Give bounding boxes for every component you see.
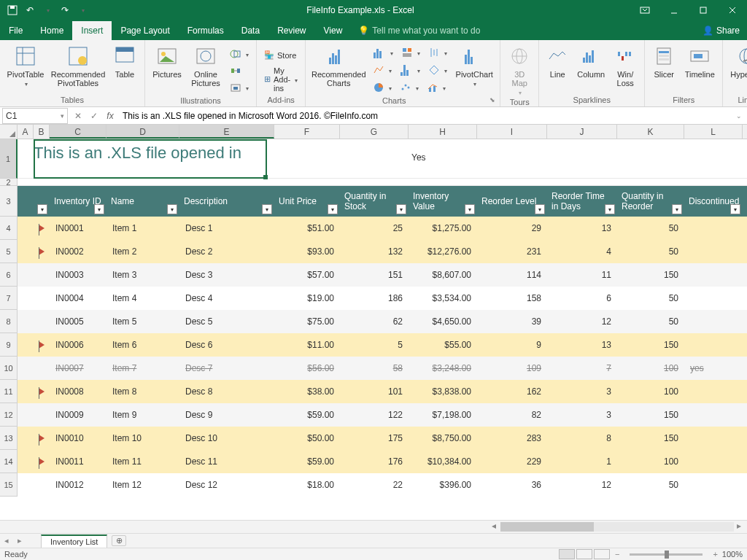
cell-reorder[interactable]: 109 xyxy=(477,357,547,380)
cell-id[interactable]: IN0005 xyxy=(50,310,107,333)
chart-radar-button[interactable] xyxy=(425,62,450,77)
cell-name[interactable]: Item 8 xyxy=(107,380,179,403)
cell-qre[interactable]: 150 xyxy=(617,263,684,287)
cell-price[interactable]: $38.00 xyxy=(274,380,340,403)
cell-desc[interactable]: Desc 3 xyxy=(179,263,274,287)
cell-id[interactable]: IN0001 xyxy=(50,217,107,240)
cell-days[interactable]: 12 xyxy=(547,310,617,333)
add-sheet-button[interactable]: ⊕ xyxy=(112,535,126,546)
cell-days[interactable]: 13 xyxy=(547,333,617,357)
cell-reorder[interactable]: 39 xyxy=(477,310,547,333)
cell-price[interactable]: $93.00 xyxy=(274,240,340,263)
chart-bar-button[interactable] xyxy=(370,44,396,60)
store-button[interactable]: 🏪Store xyxy=(261,47,301,63)
myaddins-button[interactable]: ⊞My Add-ins xyxy=(261,71,301,87)
column-header-cell[interactable]: Name▾ xyxy=(107,186,179,217)
row-header[interactable]: 2 xyxy=(0,179,18,186)
pictures-button[interactable]: Pictures xyxy=(150,43,185,79)
cell-qre[interactable]: 50 xyxy=(617,240,684,263)
cell-qty[interactable]: 122 xyxy=(340,403,409,427)
cell-reorder[interactable]: 162 xyxy=(477,380,547,403)
cell-qty[interactable]: 175 xyxy=(340,427,409,450)
name-box[interactable]: C1▾ xyxy=(2,108,68,124)
share-button[interactable]: 👤Share xyxy=(695,21,747,40)
cell-id[interactable]: IN0007 xyxy=(50,357,107,380)
cell-id[interactable]: IN0003 xyxy=(50,263,107,287)
cell-val[interactable]: $396.00 xyxy=(409,473,477,497)
column-header-cell[interactable]: Quantity in Reorder▾ xyxy=(617,186,684,217)
column-header-D[interactable]: D xyxy=(107,125,179,139)
cell-disc[interactable]: yes xyxy=(684,357,743,380)
row-header[interactable]: 11 xyxy=(0,380,18,403)
smartart-button[interactable] xyxy=(227,63,252,78)
cell-desc[interactable]: Desc 8 xyxy=(179,380,274,403)
column-header-cell[interactable]: Unit Price▾ xyxy=(274,186,340,217)
cell-desc[interactable]: Desc 5 xyxy=(179,310,274,333)
select-all-corner[interactable] xyxy=(0,125,18,139)
tab-review[interactable]: Review xyxy=(268,21,314,40)
cell-qre[interactable]: 150 xyxy=(617,403,684,427)
cell-name[interactable]: Item 2 xyxy=(107,240,179,263)
table-row[interactable]: IN0008Item 8Desc 8$38.00101$3,838.001623… xyxy=(18,380,747,403)
column-header-K[interactable]: K xyxy=(617,125,684,139)
cell-price[interactable]: $57.00 xyxy=(274,263,340,287)
horizontal-scrollbar[interactable]: ◂ ▸ xyxy=(0,520,747,533)
cell-disc[interactable] xyxy=(684,380,743,403)
cell-price[interactable]: $59.00 xyxy=(274,450,340,473)
cell-qre[interactable]: 150 xyxy=(617,427,684,450)
table-row[interactable]: IN0011Item 11Desc 11$59.00176$10,384.002… xyxy=(18,450,747,473)
tab-data[interactable]: Data xyxy=(233,21,268,40)
cell-qty[interactable]: 25 xyxy=(340,217,409,240)
tab-file[interactable]: File xyxy=(0,21,31,40)
cell-val[interactable]: $4,650.00 xyxy=(409,310,477,333)
sheet-nav-prev[interactable]: ◂ xyxy=(0,536,13,545)
filter-button[interactable]: ▾ xyxy=(262,204,272,214)
cell-id[interactable]: IN0004 xyxy=(50,287,107,310)
zoom-level[interactable]: 100% xyxy=(722,550,743,559)
zoom-in-button[interactable]: + xyxy=(713,550,717,559)
chart-hierarchy-button[interactable] xyxy=(398,44,423,60)
sparkline-line-button[interactable]: Line xyxy=(543,43,571,79)
cell-reorder[interactable]: 82 xyxy=(477,403,547,427)
column-header-L[interactable]: L xyxy=(684,125,743,139)
expand-formula-icon[interactable]: ⌄ xyxy=(731,112,747,120)
screenshot-button[interactable] xyxy=(227,79,252,95)
row-header[interactable]: 13 xyxy=(0,427,18,450)
sheet-tab-active[interactable]: Inventory List xyxy=(41,534,107,548)
cell-name[interactable]: Item 12 xyxy=(107,473,179,497)
close-icon[interactable] xyxy=(718,0,747,20)
cell-days[interactable]: 7 xyxy=(547,357,617,380)
filter-button[interactable]: ▾ xyxy=(672,204,682,214)
cell-disc[interactable] xyxy=(684,310,743,333)
save-icon[interactable] xyxy=(4,2,20,18)
cell-qty[interactable]: 22 xyxy=(340,473,409,497)
cell-reorder[interactable]: 283 xyxy=(477,427,547,450)
cell-qre[interactable]: 50 xyxy=(617,473,684,497)
cell-disc[interactable] xyxy=(684,473,743,497)
cell-id[interactable]: IN0011 xyxy=(50,450,107,473)
cell-days[interactable]: 4 xyxy=(547,240,617,263)
cell-qty[interactable]: 132 xyxy=(340,240,409,263)
table-button[interactable]: Table xyxy=(109,43,140,79)
redo-icon[interactable]: ↷ xyxy=(57,2,73,18)
cell-price[interactable]: $56.00 xyxy=(274,357,340,380)
cell-disc[interactable] xyxy=(684,403,743,427)
cell-qre[interactable]: 150 xyxy=(617,333,684,357)
cell-val[interactable]: $7,198.00 xyxy=(409,403,477,427)
cell-desc[interactable]: Desc 4 xyxy=(179,287,274,310)
chart-combo-button[interactable] xyxy=(424,79,449,95)
filter-button[interactable]: ▾ xyxy=(167,204,177,214)
cell-id[interactable]: IN0012 xyxy=(50,473,107,497)
cell-name[interactable]: Item 10 xyxy=(107,427,179,450)
row-header[interactable]: 4 xyxy=(0,217,18,240)
formula-input[interactable] xyxy=(118,111,731,121)
cell-price[interactable]: $11.00 xyxy=(274,333,340,357)
cell-days[interactable]: 13 xyxy=(547,217,617,240)
table-row[interactable]: IN0003Item 3Desc 3$57.00151$8,607.001141… xyxy=(18,263,747,287)
tellme-search[interactable]: 💡Tell me what you want to do xyxy=(351,21,487,40)
cell-days[interactable]: 1 xyxy=(547,450,617,473)
cell-desc[interactable]: Desc 6 xyxy=(179,333,274,357)
ribbon-options-icon[interactable] xyxy=(630,0,659,20)
row-header[interactable]: 14 xyxy=(0,450,18,473)
cell-name[interactable]: Item 3 xyxy=(107,263,179,287)
